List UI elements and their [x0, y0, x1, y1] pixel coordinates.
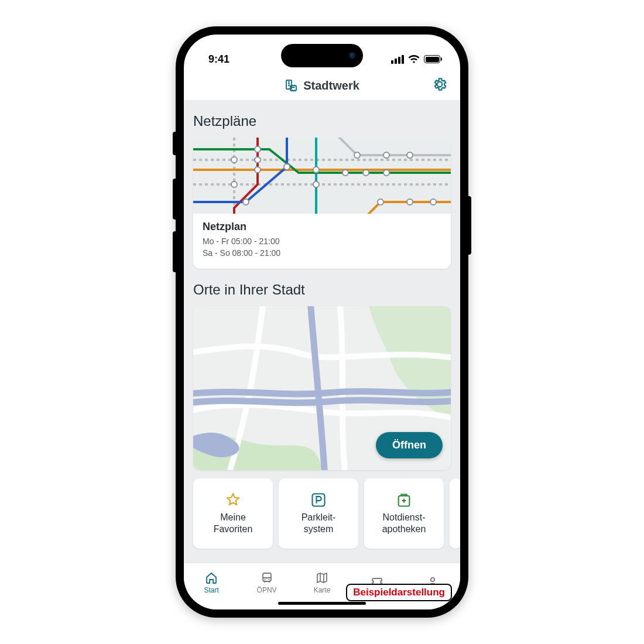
svg-point-9 [342, 170, 348, 176]
svg-point-8 [313, 181, 319, 187]
dynamic-island [281, 44, 363, 67]
parking-icon [310, 492, 327, 508]
netzplan-hours-weekend: Sa - So 08:00 - 21:00 [203, 247, 441, 259]
svg-point-11 [383, 170, 389, 176]
side-button [173, 132, 176, 155]
tile-favoriten[interactable]: MeineFavoriten [193, 478, 273, 549]
wifi-icon [408, 55, 420, 64]
settings-button[interactable] [432, 77, 447, 94]
svg-point-4 [255, 146, 261, 152]
tab-label: Karte [314, 586, 331, 594]
tile-notdienstapotheken[interactable]: Notdienst-apotheken [364, 478, 444, 549]
app-title-text: Stadtwerk [303, 79, 359, 93]
tab-label: Start [204, 586, 219, 594]
svg-point-20 [243, 199, 249, 205]
battery-icon [424, 55, 440, 63]
pharmacy-icon [396, 492, 412, 508]
svg-point-25 [264, 579, 265, 580]
svg-point-12 [354, 152, 360, 158]
transit-map-thumbnail [193, 138, 451, 214]
tile-label: Notdienst-apotheken [382, 512, 426, 535]
tab-oepnv[interactable]: ÖPNV [239, 563, 294, 601]
svg-point-10 [363, 170, 369, 176]
svg-point-3 [255, 167, 261, 173]
section-heading-orte: Orte in Ihrer Stadt [184, 269, 460, 306]
app-logo-icon [285, 78, 299, 93]
content-area[interactable]: Netzpläne [184, 100, 460, 563]
tile-label: Parkleit-system [302, 512, 336, 535]
svg-rect-22 [313, 494, 325, 506]
place-tiles-row[interactable]: MeineFavoriten Parkleit-system Notdienst… [184, 470, 460, 557]
svg-point-7 [313, 167, 319, 173]
svg-point-16 [407, 199, 413, 205]
svg-point-27 [431, 577, 434, 581]
tile-partial[interactable] [450, 478, 460, 549]
star-icon [225, 492, 241, 508]
netzplan-card[interactable]: Netzplan Mo - Fr 05:00 - 21:00 Sa - So 0… [193, 138, 451, 269]
app-header: Stadtwerk [184, 71, 460, 100]
home-icon [204, 571, 219, 585]
svg-point-5 [255, 157, 261, 163]
open-map-button[interactable]: Öffnen [376, 432, 443, 458]
tab-start[interactable]: Start [184, 563, 239, 601]
phone-frame: 9:41 Stadtwerk [176, 26, 468, 618]
svg-point-26 [268, 579, 269, 580]
example-badge: Beispieldarstellung [346, 584, 452, 601]
svg-rect-24 [263, 573, 271, 581]
home-indicator [278, 602, 366, 605]
section-heading-netzplaene: Netzpläne [184, 100, 460, 138]
side-button [173, 231, 176, 272]
bus-icon [259, 571, 275, 585]
netzplan-hours-weekday: Mo - Fr 05:00 - 21:00 [203, 235, 441, 247]
tile-parkleitsystem[interactable]: Parkleit-system [279, 478, 358, 549]
svg-point-19 [231, 181, 237, 187]
city-map-card[interactable]: Öffnen [193, 306, 451, 470]
tab-label: ÖPNV [257, 586, 277, 594]
svg-point-14 [407, 152, 413, 158]
tab-karte[interactable]: Karte [294, 563, 350, 601]
tile-label: MeineFavoriten [214, 512, 253, 535]
svg-point-15 [378, 199, 383, 205]
side-button [468, 196, 471, 255]
map-icon [314, 571, 330, 585]
gear-icon [432, 77, 447, 92]
svg-point-6 [284, 164, 290, 170]
status-time: 9:41 [208, 53, 229, 66]
svg-point-18 [231, 157, 237, 163]
side-button [173, 179, 176, 220]
netzplan-card-title: Netzplan [203, 221, 441, 233]
svg-point-17 [430, 199, 436, 205]
svg-point-13 [383, 152, 389, 158]
cellular-icon [391, 55, 404, 64]
